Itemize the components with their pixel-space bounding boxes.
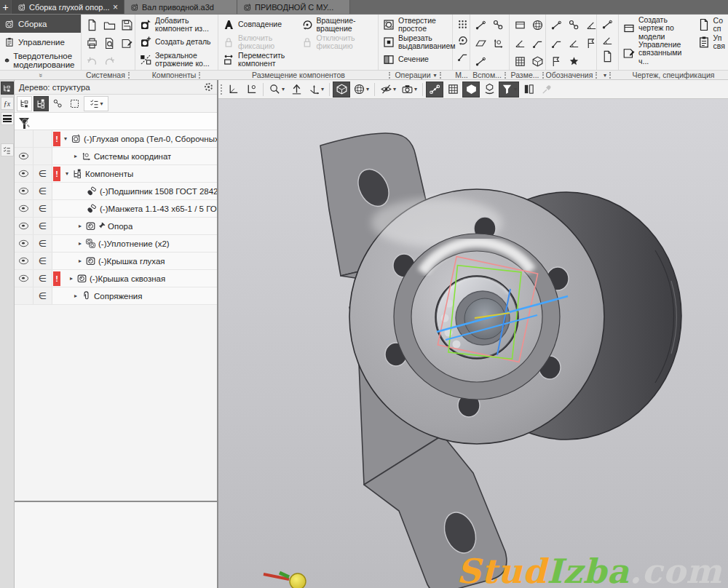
section-button[interactable]: Сечение	[380, 51, 457, 68]
visibility-cell[interactable]	[15, 148, 33, 164]
new-tab-button[interactable]: +	[0, 0, 12, 14]
drag-handle[interactable]	[389, 72, 392, 79]
misc-sheet-icon[interactable]	[600, 48, 616, 64]
dim-angular-icon[interactable]	[512, 36, 528, 52]
dim-prism-icon[interactable]	[529, 54, 545, 70]
undo-button[interactable]	[84, 54, 100, 70]
visibility-cell[interactable]	[15, 183, 33, 199]
tree-relations-button[interactable]	[50, 96, 66, 111]
tree-row-seal-cuff[interactable]: ∈ (-)Манжета 1.1-43 x65-1 / 5 ГОСТ	[15, 200, 217, 218]
inclusion-cell[interactable]: ∈	[33, 270, 52, 287]
aux-local-cs-icon[interactable]	[490, 36, 506, 52]
create-specification-button[interactable]: Сосп	[695, 16, 727, 33]
drag-handle[interactable]	[199, 72, 202, 79]
dim-diameter-icon[interactable]	[529, 36, 545, 52]
notation-burst-icon[interactable]	[566, 54, 582, 70]
menu-item-solid-modeling[interactable]: Твердотельное моделирование	[0, 52, 81, 70]
eyedropper-button[interactable]	[538, 82, 555, 98]
aux-plane-icon[interactable]	[472, 36, 488, 52]
drag-handle[interactable]	[440, 72, 443, 79]
rotation-rotation-button[interactable]: Вращение-вращение	[298, 16, 377, 33]
tree-row-through-cover[interactable]: ∈ ! ▸ (-)Крышка сквозная	[15, 270, 217, 287]
drag-handle[interactable]	[128, 72, 131, 79]
model-3d-view[interactable]	[218, 99, 728, 588]
tree-row-coordinate-systems[interactable]: ▸ Системы координат	[15, 148, 217, 165]
move-up-button[interactable]	[288, 82, 305, 98]
visibility-cell[interactable]	[15, 270, 33, 287]
inclusion-cell[interactable]: ∈	[33, 165, 52, 182]
zoom-button[interactable]: ▾	[266, 82, 287, 98]
dim-linear-icon[interactable]	[512, 17, 528, 33]
gear-icon[interactable]	[205, 83, 213, 91]
expander-icon[interactable]: ▸	[71, 153, 80, 159]
tree-mode-composition-button[interactable]	[33, 96, 49, 111]
visibility-cell[interactable]	[15, 235, 33, 252]
notation-flag-icon[interactable]	[548, 54, 564, 70]
manipulate-model-button[interactable]	[480, 82, 498, 98]
tree-row-mates[interactable]: ∈ ▸ Сопряжения	[15, 287, 217, 305]
tree-row-support[interactable]: ∈ ▸ Опора	[15, 218, 217, 235]
create-drawing-button[interactable]: Создать чертеж по модели	[620, 16, 695, 41]
tree-display-options-button[interactable]: ▾	[84, 96, 108, 111]
camera-views-button[interactable]: ▾	[399, 82, 419, 98]
expander-icon[interactable]: ▸	[71, 293, 80, 299]
visibility-cell[interactable]	[15, 253, 33, 269]
hide-objects-button[interactable]: ▾	[378, 82, 398, 98]
misc-sketch-query-icon[interactable]	[600, 16, 616, 32]
open-button[interactable]	[101, 17, 117, 33]
dim-radial-icon[interactable]	[529, 17, 545, 33]
drag-handle[interactable]	[542, 72, 545, 79]
layers-panel-button[interactable]	[1, 112, 14, 125]
misc-measure-icon[interactable]	[600, 32, 616, 48]
expander-icon[interactable]: ▸	[76, 258, 84, 264]
expander-icon[interactable]: ▸	[67, 275, 76, 282]
inclusion-cell[interactable]: ∈	[33, 235, 52, 252]
tree-row-bearing[interactable]: ∈ (-)Подшипник 1508 ГОСТ 28428-9	[15, 183, 217, 200]
print-button[interactable]	[84, 36, 100, 52]
tree-panel-button[interactable]	[1, 82, 14, 95]
variables-panel-button[interactable]: ƒx	[1, 97, 14, 110]
show-curves-button[interactable]	[426, 82, 443, 98]
menu-item-management[interactable]: Управление	[0, 33, 81, 51]
tree-row-root[interactable]: ! ▾ (-)Глухая опора (Тел-0, Сборочных е	[15, 130, 217, 148]
cut-extrude-button[interactable]: Вырезать выдавливанием	[380, 33, 457, 51]
aux-axis-icon[interactable]	[472, 17, 488, 33]
visibility-cell[interactable]	[15, 218, 33, 234]
inclusion-cell[interactable]: ∈	[33, 200, 52, 217]
tree-row-seal-x2[interactable]: ∈ ▸ (-)Уплотнение (x2)	[15, 235, 217, 253]
tree-row-blind-cover[interactable]: ∈ ▸ (-)Крышка глухая	[15, 253, 217, 270]
expander-icon[interactable]: ▾	[61, 135, 70, 142]
inclusion-cell[interactable]: ∈	[33, 218, 52, 234]
tree-mode-structure-button[interactable]	[17, 96, 32, 111]
clip-region-button[interactable]	[444, 82, 462, 98]
add-component-button[interactable]: Добавить компонент из...	[137, 16, 216, 33]
dropdown-caret[interactable]: ▾	[604, 72, 606, 79]
inclusion-cell[interactable]: ∈	[33, 183, 52, 199]
create-part-button[interactable]: Создать деталь	[137, 33, 216, 51]
notation-datum-icon[interactable]	[566, 17, 582, 33]
tree-selection-button[interactable]	[67, 96, 82, 111]
tree-search-input[interactable]	[33, 115, 214, 128]
visibility-cell[interactable]	[15, 165, 33, 182]
expander-icon[interactable]: ▸	[76, 240, 84, 247]
save-button[interactable]	[119, 17, 135, 33]
view-filter-button[interactable]: ▾	[499, 82, 519, 98]
dropdown-caret[interactable]: ▾	[434, 72, 437, 79]
tab-assembly-active[interactable]: Сборка глухой опор... ×	[12, 0, 124, 14]
save-as-button[interactable]	[119, 36, 135, 52]
print-preview-button[interactable]	[101, 36, 117, 52]
expander-icon[interactable]: ▸	[76, 223, 84, 229]
display-wireframe-button[interactable]: ▾	[351, 82, 371, 98]
notation-tolerance-icon[interactable]	[566, 36, 582, 52]
orientation-button[interactable]: ▾	[306, 82, 326, 98]
move-component-button[interactable]: Переместить компонент	[220, 51, 298, 68]
inclusion-cell[interactable]: ∈	[33, 287, 52, 304]
manage-linked-docs-button[interactable]: Управление связанными ч...	[620, 41, 695, 65]
ribbon-collapse-button[interactable]: »	[0, 71, 82, 79]
mirror-component-button[interactable]: Зеркальное отражение ко...	[137, 51, 216, 68]
simple-hole-button[interactable]: Отверстие простое	[380, 16, 457, 33]
dim-grid-icon[interactable]	[512, 54, 528, 70]
sketch-on-face-button[interactable]	[242, 82, 260, 98]
parameters-panel-button[interactable]	[1, 143, 14, 156]
array-pattern-icon[interactable]	[454, 16, 470, 32]
